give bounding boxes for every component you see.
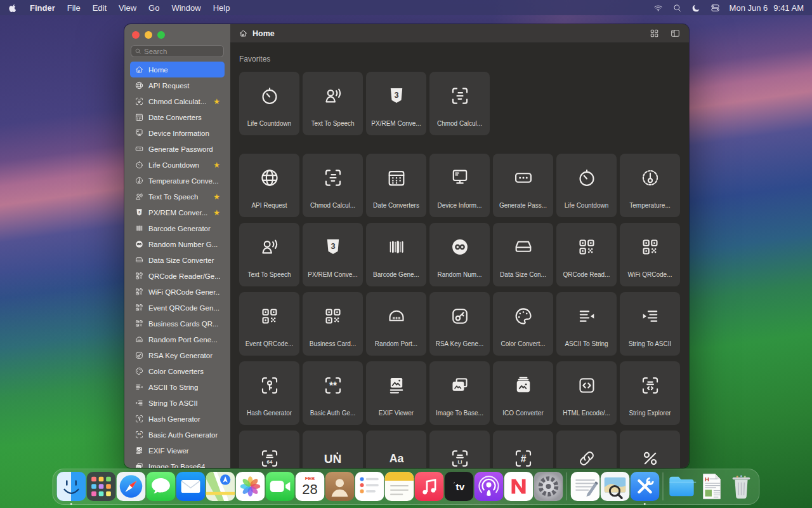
dock-messages[interactable] — [146, 472, 176, 505]
sidebar-item-device-information[interactable]: Device Information — [130, 125, 225, 141]
tool-tile-wifi-qrcode[interactable]: WiFi QRCode... — [620, 223, 680, 286]
focus-moon-icon[interactable] — [691, 3, 701, 13]
sidebar-item-basic-auth-generator[interactable]: **Basic Auth Generator — [130, 427, 225, 443]
dock-devtoys[interactable] — [630, 472, 660, 505]
tool-tile-device-inform[interactable]: Device Inform... — [429, 154, 490, 217]
tool-tile-brackets-lines-li[interactable]: LI — [429, 431, 490, 468]
tool-tile-hash-generator[interactable]: Hash Generator — [239, 361, 299, 425]
sidebar-item-exif-viewer[interactable]: EXIF Viewer — [130, 443, 225, 458]
sidebar-item-text-to-speech[interactable]: Text To Speech★ — [130, 189, 225, 204]
sidebar-item-life-countdown[interactable]: Life Countdown★ — [130, 157, 225, 173]
dock-safari[interactable] — [116, 472, 146, 505]
tool-tile-exif-viewer[interactable]: EXIF Viewer — [366, 361, 426, 425]
dock-launchpad[interactable] — [86, 472, 116, 505]
sidebar-item-generate-password[interactable]: Generate Password — [130, 141, 225, 157]
dock-document[interactable]: H — [697, 472, 726, 505]
favorite-tile-px-rem-conve[interactable]: 3PX/REM Conve... — [366, 72, 426, 135]
tool-tile-px-rem-conve[interactable]: 3PX/REM Conve... — [303, 223, 363, 286]
menu-item-finder[interactable]: Finder — [30, 3, 55, 13]
tool-tile-basic-auth-ge[interactable]: **Basic Auth Ge... — [303, 361, 363, 425]
tool-tile-chain-link[interactable] — [556, 431, 617, 468]
tool-tile-aa-letters[interactable]: Aa — [366, 431, 426, 468]
dock-photos[interactable] — [235, 472, 265, 505]
sidebar-item-home[interactable]: Home — [130, 62, 225, 77]
toggle-sidebar-button[interactable] — [670, 28, 681, 39]
tool-tile-un-letters[interactable]: UN — [303, 431, 363, 468]
tool-tile-date-converters[interactable]: Date Converters — [366, 154, 426, 217]
sidebar-item-ascii-to-string[interactable]: ASCII To String — [130, 379, 225, 395]
tool-tile-api-request[interactable]: API Request — [239, 154, 299, 217]
dock-news[interactable] — [504, 472, 534, 505]
tool-tile-html-encode[interactable]: HTML Encode/... — [556, 361, 617, 425]
dock-finder[interactable] — [56, 472, 86, 505]
sidebar-item-event-qrcode-gen[interactable]: Event QRCode Gen... — [130, 300, 225, 316]
tool-tile-brackets-64[interactable]: 64 — [239, 431, 299, 468]
menu-clock[interactable]: Mon Jun 6 9:41 AM — [730, 3, 804, 13]
tool-tile-random-port[interactable]: Random Port... — [366, 292, 426, 356]
sidebar-item-color-converters[interactable]: Color Converters — [130, 363, 225, 379]
tool-tile-rsa-key-gene[interactable]: RSA Key Gene... — [429, 292, 490, 356]
sidebar-item-temperature-conve[interactable]: Temperature Conve... — [130, 173, 225, 189]
favorite-tile-life-countdown[interactable]: Life Countdown — [239, 72, 299, 135]
menu-item-view[interactable]: View — [119, 3, 136, 13]
wifi-icon[interactable] — [653, 3, 663, 13]
tool-tile-qrcode-read[interactable]: QRCode Read... — [556, 223, 617, 286]
control-center-icon[interactable] — [710, 3, 720, 13]
dock-tv[interactable]: tv — [444, 472, 474, 505]
apple-menu[interactable] — [8, 3, 18, 13]
zoom-button[interactable] — [157, 31, 165, 39]
sidebar-item-data-size-converter[interactable]: Data Size Converter — [130, 252, 225, 268]
dock-trash[interactable] — [726, 472, 756, 505]
menu-item-window[interactable]: Window — [171, 3, 200, 13]
sidebar-item-image-to-base64[interactable]: Image To Base64 — [130, 458, 225, 468]
dock-reminders[interactable] — [355, 472, 384, 505]
dock-maps[interactable] — [206, 472, 235, 505]
tool-tile-business-card[interactable]: Business Card... — [303, 292, 363, 356]
tool-tile-generate-pass[interactable]: Generate Pass... — [493, 154, 553, 217]
menu-item-help[interactable]: Help — [213, 3, 230, 13]
dock-preview[interactable] — [600, 472, 630, 505]
tool-tile-life-countdown[interactable]: Life Countdown — [556, 154, 617, 217]
tool-tile-temperature[interactable]: Temperature... — [620, 154, 680, 217]
tool-tile-string-explorer[interactable]: String Explorer — [620, 361, 680, 425]
tool-tile-data-size-con[interactable]: Data Size Con... — [493, 223, 553, 286]
dock-contacts[interactable] — [325, 472, 355, 505]
sidebar-item-hash-generator[interactable]: Hash Generator — [130, 411, 225, 427]
sidebar-item-wifi-qrcode-gener[interactable]: WiFi QRCode Gener... — [130, 284, 225, 300]
dock-podcasts[interactable] — [474, 472, 504, 505]
sidebar-item-date-converters[interactable]: Date Converters — [130, 109, 225, 125]
sidebar-item-business-cards-qr[interactable]: Business Cards QR... — [130, 316, 225, 331]
sidebar-item-string-to-ascii[interactable]: String To ASCII — [130, 395, 225, 411]
sidebar-item-barcode-generator[interactable]: Barcode Generator — [130, 220, 225, 236]
favorite-tile-chmod-calcul[interactable]: Chmod Calcul... — [429, 72, 490, 135]
dock-mail[interactable] — [176, 472, 206, 505]
tool-tile-random-num[interactable]: Random Num... — [429, 223, 490, 286]
sidebar-item-px-rem-conver[interactable]: 3PX/REM Conver...★ — [130, 204, 225, 220]
dock-calendar[interactable]: FEB28 — [295, 472, 325, 505]
sidebar-item-random-number-g[interactable]: Random Number G... — [130, 236, 225, 252]
sidebar-item-qrcode-reader-ge[interactable]: QRCode Reader/Ge... — [130, 268, 225, 284]
tool-tile-string-to-ascii[interactable]: String To ASCII — [620, 292, 680, 356]
sidebar-item-rsa-key-generator[interactable]: RSA Key Generator — [130, 347, 225, 363]
sidebar-item-random-port-gene[interactable]: Random Port Gene... — [130, 331, 225, 347]
menu-item-edit[interactable]: Edit — [93, 3, 107, 13]
tool-tile-event-qrcode[interactable]: Event QRCode... — [239, 292, 299, 356]
spotlight-search-icon[interactable] — [672, 3, 682, 13]
sidebar-item-api-request[interactable]: API Request — [130, 77, 225, 93]
dock-settings[interactable] — [534, 472, 563, 505]
dock-facetime[interactable] — [265, 472, 295, 505]
tool-tile-brackets-hash[interactable]: # — [493, 431, 553, 468]
tool-tile-color-convert[interactable]: Color Convert... — [493, 292, 553, 356]
minimize-button[interactable] — [145, 31, 152, 39]
tool-tile-ascii-to-string[interactable]: ASCII To String — [556, 292, 617, 356]
dock-folder[interactable] — [667, 472, 697, 505]
tool-tile-barcode-gene[interactable]: Barcode Gene... — [366, 223, 426, 286]
sidebar-item-chmod-calculat[interactable]: Chmod Calculat...★ — [130, 93, 225, 109]
search-input[interactable] — [144, 48, 220, 55]
tool-tile-chmod-calcul[interactable]: Chmod Calcul... — [303, 154, 363, 217]
tool-tile-text-to-speech[interactable]: Text To Speech — [239, 223, 299, 286]
dock-music[interactable] — [414, 472, 444, 505]
dock-textedit[interactable] — [570, 472, 600, 505]
close-button[interactable] — [132, 31, 140, 39]
favorite-tile-text-to-speech[interactable]: Text To Speech — [303, 72, 363, 135]
